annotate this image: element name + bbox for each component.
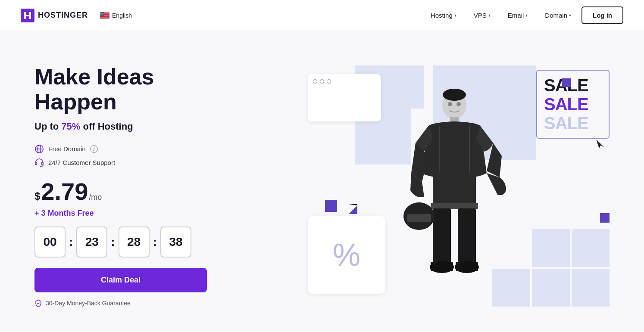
navbar-left: HOSTINGER: [21, 9, 135, 22]
browser-dot: [313, 79, 317, 84]
navbar-right: Hosting ▾ VPS ▾ Email ▾ Domain ▾ Log in: [424, 6, 623, 24]
hero-left: Make Ideas Happen Up to 75% off Hosting …: [34, 65, 241, 307]
info-icon[interactable]: i: [90, 145, 98, 153]
time-separator: :: [69, 235, 73, 249]
svg-rect-41: [433, 208, 451, 264]
svg-point-24: [101, 14, 102, 14]
svg-point-26: [103, 14, 103, 14]
price-amount: 2.79: [41, 180, 88, 204]
svg-point-18: [100, 13, 101, 14]
svg-point-27: [100, 14, 101, 15]
hero-illustration: % SALE SALE SALE: [299, 65, 610, 307]
accent-square-tr: [562, 78, 571, 87]
claim-deal-button[interactable]: Claim Deal: [34, 268, 207, 292]
guarantee: 30-Day Money-Back Guarantee: [34, 299, 241, 307]
svg-rect-42: [458, 208, 476, 264]
feature-support: 24/7 Customer Support: [34, 158, 241, 168]
svg-point-9: [100, 12, 101, 12]
countdown-minutes: 23: [76, 227, 107, 258]
countdown-seconds: 28: [119, 227, 150, 258]
time-separator: :: [111, 235, 115, 249]
svg-rect-40: [431, 203, 478, 209]
svg-point-51: [443, 89, 466, 101]
deco-square: [532, 269, 570, 307]
countdown-timer: 00 : 23 : 28 : 38: [34, 227, 241, 258]
browser-dots: [313, 79, 376, 84]
sale-text-3: SALE: [544, 114, 588, 133]
flag-icon: [100, 12, 109, 19]
nav-hosting[interactable]: Hosting ▾: [424, 8, 463, 22]
svg-rect-5: [100, 16, 109, 16]
svg-point-25: [102, 14, 103, 14]
svg-point-23: [101, 14, 101, 14]
time-separator: :: [153, 235, 157, 249]
svg-rect-46: [456, 262, 478, 271]
accent-triangle: [349, 204, 357, 214]
svg-rect-45: [431, 262, 453, 271]
svg-rect-7: [100, 18, 109, 18]
sale-card: SALE SALE SALE: [536, 70, 610, 139]
language-label: English: [112, 12, 132, 19]
subheadline: Up to 75% off Hosting: [34, 121, 241, 132]
cursor-icon: [596, 139, 604, 151]
svg-point-28: [101, 14, 102, 15]
chevron-down-icon: ▾: [454, 13, 456, 18]
nav-domain[interactable]: Domain ▾: [538, 8, 578, 22]
months-free: + 3 Months Free: [34, 209, 241, 218]
person-figure: [390, 83, 519, 307]
svg-point-11: [102, 12, 102, 12]
login-button[interactable]: Log in: [581, 6, 623, 24]
countdown-hours: 00: [34, 227, 66, 258]
logo-icon: [21, 9, 34, 22]
svg-point-30: [103, 14, 103, 15]
svg-rect-6: [100, 17, 109, 17]
racing-person-svg: [394, 87, 515, 307]
logo-text: HOSTINGER: [38, 11, 88, 20]
chevron-down-icon: ▾: [569, 13, 571, 18]
features-list: Free Domain i 24/7 Customer Support: [34, 144, 241, 168]
svg-point-12: [103, 12, 103, 12]
svg-rect-39: [433, 173, 476, 208]
chevron-down-icon: ▾: [525, 13, 528, 18]
svg-point-21: [103, 13, 103, 14]
shield-icon: [34, 299, 42, 307]
svg-point-19: [101, 13, 102, 14]
percent-symbol: %: [333, 237, 360, 273]
svg-point-13: [103, 12, 103, 12]
logo[interactable]: HOSTINGER: [21, 9, 88, 22]
accent-square: [325, 200, 337, 212]
svg-point-14: [101, 12, 101, 13]
svg-point-15: [101, 12, 102, 13]
navbar: HOSTINGER: [0, 0, 644, 31]
price-section: $ 2.79 /mo: [34, 180, 241, 204]
svg-point-29: [102, 14, 102, 15]
main-content: Make Ideas Happen Up to 75% off Hosting …: [0, 31, 644, 332]
svg-point-17: [103, 12, 103, 13]
browser-card: [308, 74, 381, 121]
percent-card: %: [308, 216, 385, 294]
browser-dot: [327, 79, 331, 84]
svg-rect-48: [407, 214, 431, 222]
svg-point-16: [102, 12, 103, 13]
svg-point-31: [103, 14, 103, 15]
headline: Make Ideas Happen: [34, 65, 241, 114]
globe-icon: [34, 144, 44, 154]
accent-square-br: [600, 213, 610, 223]
sale-text-2: SALE: [544, 95, 588, 114]
svg-rect-35: [35, 162, 37, 165]
svg-point-10: [101, 12, 102, 12]
feature-free-domain: Free Domain i: [34, 144, 241, 154]
nav-vps[interactable]: VPS ▾: [467, 8, 497, 22]
chevron-down-icon: ▾: [488, 13, 491, 18]
svg-point-50: [456, 102, 461, 106]
countdown-ms: 38: [160, 227, 191, 258]
nav-email[interactable]: Email ▾: [501, 8, 535, 22]
svg-point-49: [448, 102, 452, 106]
language-selector[interactable]: English: [97, 10, 135, 21]
deco-square: [532, 229, 570, 267]
headset-icon: [34, 158, 44, 168]
price-dollar: $: [34, 190, 40, 202]
browser-dot: [320, 79, 324, 84]
svg-point-22: [103, 13, 103, 14]
svg-rect-36: [42, 162, 44, 165]
